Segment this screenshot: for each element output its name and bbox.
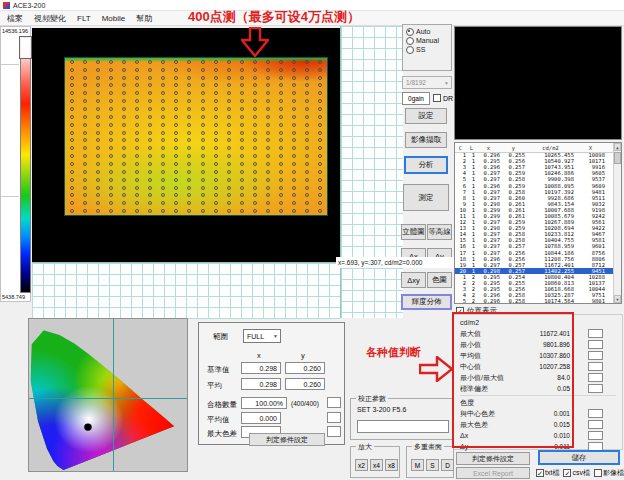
measure-point xyxy=(70,178,74,182)
settings-button[interactable]: 設定 xyxy=(405,108,447,124)
cie-crosshair-vertical xyxy=(113,319,114,471)
measure-button[interactable]: 測定 xyxy=(403,184,449,211)
table-cell: 9561 xyxy=(576,219,607,225)
table-cell: 9605 xyxy=(576,170,607,176)
scale-min-value: 5438.749 xyxy=(2,294,25,300)
measure-point xyxy=(187,107,191,111)
table-cell: 9198 xyxy=(576,207,607,213)
measure-point xyxy=(161,91,165,95)
dr-checkbox[interactable]: DR xyxy=(433,94,453,102)
table-cell: 1 xyxy=(468,207,477,213)
file-check-txt檔[interactable]: ✓txt檔 xyxy=(536,468,559,478)
file-check-csv檔[interactable]: ✓csv檔 xyxy=(563,468,590,478)
menu-item[interactable]: 視頻變化 xyxy=(34,13,66,24)
gain-field[interactable]: 0gain xyxy=(402,92,430,105)
measure-point xyxy=(253,162,257,166)
colormap-button[interactable]: 色圖 xyxy=(427,272,452,288)
menu-item[interactable]: FLT xyxy=(77,14,91,23)
camera-image-display[interactable] xyxy=(32,28,340,262)
color-scale-handle[interactable] xyxy=(19,36,32,59)
measure-point xyxy=(83,107,87,111)
file-check-影像檔[interactable]: 影像檔 xyxy=(594,468,624,478)
measure-point xyxy=(318,209,322,213)
scroll-down-icon[interactable]: ▼ xyxy=(614,295,621,303)
multi-buttons: MSD xyxy=(411,459,454,471)
measure-point xyxy=(201,178,205,182)
table-cell: 18 xyxy=(455,256,468,262)
mode-radio-auto[interactable]: Auto xyxy=(406,27,451,36)
multi-S-button[interactable]: S xyxy=(426,459,439,471)
measure-point xyxy=(279,107,283,111)
measure-point xyxy=(70,154,74,158)
stereo-view-button[interactable]: 立體圖 xyxy=(401,224,426,240)
image-capture-button[interactable]: 影像擷取 xyxy=(405,132,447,148)
table-cell: 1 xyxy=(468,231,477,237)
scroll-up-icon[interactable]: ▲ xyxy=(614,143,621,151)
zoom-x4-button[interactable]: x4 xyxy=(370,459,383,471)
luminance-distribution-button[interactable]: 輝度分佈 xyxy=(401,294,452,310)
average-x-field[interactable]: 0.298 xyxy=(241,378,281,390)
measure-point xyxy=(148,154,152,158)
scroll-thumb[interactable] xyxy=(614,152,621,164)
stat-value: 0.015 xyxy=(522,421,570,428)
measure-point xyxy=(279,83,283,87)
delta-xy-button[interactable]: Δxy xyxy=(401,272,426,288)
excel-report-button[interactable]: Excel Report xyxy=(456,467,530,479)
reference-y-field[interactable]: 0.260 xyxy=(285,362,325,374)
judge-condition-button[interactable]: 判定條件設定 xyxy=(456,452,530,465)
measure-point xyxy=(96,178,100,182)
luminance-heatmap[interactable] xyxy=(65,58,327,215)
measure-point xyxy=(227,68,231,72)
measure-point xyxy=(240,99,244,103)
measure-point xyxy=(305,201,309,205)
save-button[interactable]: 儲存 xyxy=(538,450,620,465)
table-scrollbar[interactable]: ▲ ▼ xyxy=(613,143,621,303)
zoom-x8-button[interactable]: x8 xyxy=(385,459,398,471)
measure-point xyxy=(83,115,87,119)
mode-radio-manual[interactable]: Manual xyxy=(406,36,451,45)
table-cell: 0.297 xyxy=(477,195,502,201)
stat-label: 與中心色差 xyxy=(460,409,522,419)
menu-item[interactable]: 檔案 xyxy=(7,13,23,24)
average-y-field[interactable]: 0.260 xyxy=(285,378,325,390)
range-label: 範圍 xyxy=(213,332,228,342)
table-cell: 0.297 xyxy=(477,237,502,243)
measure-point xyxy=(148,115,152,119)
measure-point xyxy=(174,123,178,127)
measure-point xyxy=(214,193,218,197)
radio-icon xyxy=(406,37,414,45)
measure-point xyxy=(227,115,231,119)
color-scale-gradient[interactable] xyxy=(20,37,31,293)
luminance-rows: 最大值11672.401最小值9801.896平均值10307.860中心值10… xyxy=(454,328,622,394)
multi-M-button[interactable]: M xyxy=(411,459,424,471)
measure-point xyxy=(266,76,270,80)
reference-x-field[interactable]: 0.298 xyxy=(241,362,281,374)
judge-condition-button-middle[interactable]: 判定條件設定 xyxy=(249,433,325,446)
table-cell: 2 xyxy=(468,292,477,298)
measure-point xyxy=(70,209,74,213)
measure-point xyxy=(266,107,270,111)
range-select[interactable]: FULL ▼ xyxy=(243,329,281,343)
measure-point xyxy=(174,91,178,95)
table-row[interactable]: 520.2960.25810174.5649801 xyxy=(455,298,613,303)
zoom-x2-button[interactable]: x2 xyxy=(355,459,368,471)
menu-item[interactable]: Mobile xyxy=(102,14,126,23)
measure-point xyxy=(279,138,283,142)
calibration-field[interactable] xyxy=(357,420,449,433)
white-point-marker xyxy=(84,423,92,430)
contour-button[interactable]: 等高線 xyxy=(427,224,452,240)
table-cell: 0.295 xyxy=(477,158,502,164)
table-cell: 9481 xyxy=(576,189,607,195)
multi-D-button[interactable]: D xyxy=(441,459,454,471)
measure-point xyxy=(83,68,87,72)
measure-point xyxy=(240,209,244,213)
cie-chromaticity-panel[interactable] xyxy=(28,318,188,472)
analyze-button[interactable]: 分析 xyxy=(404,156,448,174)
measure-point xyxy=(122,170,126,174)
table-cell: 10860.813 xyxy=(527,280,576,286)
shutter-select[interactable]: 1/8192 ▼ xyxy=(402,76,452,89)
mode-radio-ss[interactable]: SS xyxy=(406,45,451,54)
measure-point xyxy=(122,154,126,158)
menu-item[interactable]: 幫助 xyxy=(136,13,152,24)
cursor-status: x=.693, y=.307, cd/m2=0.000 xyxy=(336,257,454,268)
